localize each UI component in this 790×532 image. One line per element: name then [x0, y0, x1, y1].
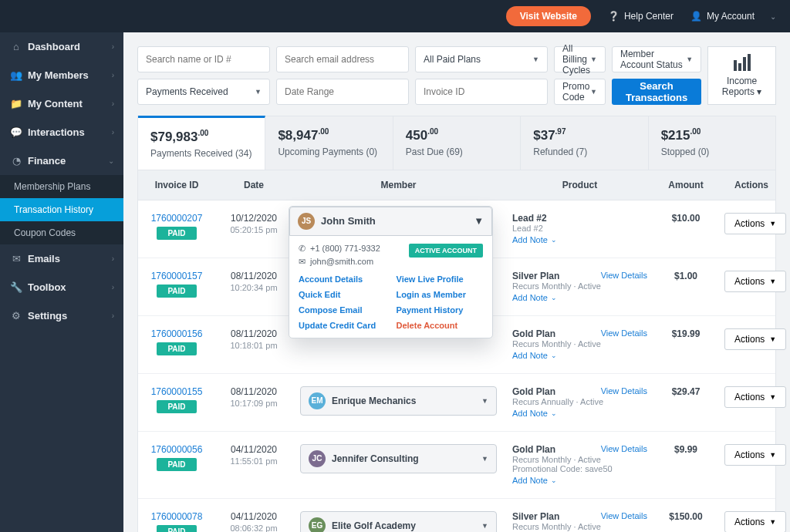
- member-pill[interactable]: JCJennifer Consulting▼: [300, 444, 497, 473]
- table-row: 1760000155PAID08/11/202010:17:09 pmEMEnr…: [138, 374, 775, 432]
- add-note-link[interactable]: Add Note ⌄: [512, 476, 557, 485]
- invoice-id-link[interactable]: 1760000157: [146, 271, 208, 281]
- filter-bar: All Paid Plans▼ All Billing Cycles▼ Memb…: [137, 46, 776, 105]
- avatar: JC: [309, 450, 326, 467]
- chevron-right-icon: ›: [112, 128, 114, 136]
- add-note-link[interactable]: Add Note ⌄: [512, 235, 557, 244]
- sub-transaction-history[interactable]: Transaction History: [0, 198, 123, 221]
- chevron-down-icon: ⌄: [551, 352, 557, 359]
- view-details-link[interactable]: View Details: [601, 328, 647, 338]
- quick-edit-link[interactable]: Quick Edit: [299, 290, 386, 299]
- summary-tab[interactable]: $79,983.00Payments Received (34): [138, 116, 265, 170]
- row-actions-button[interactable]: Actions ▼: [724, 328, 786, 350]
- view-details-link[interactable]: View Details: [601, 386, 647, 396]
- member-phone: ✆+1 (800) 771-9332: [299, 244, 409, 254]
- billing-cycles-select[interactable]: All Billing Cycles▼: [554, 46, 606, 72]
- invoice-id-link[interactable]: 1760000155: [146, 386, 208, 397]
- row-actions-button[interactable]: Actions ▼: [724, 386, 786, 408]
- invoice-id-input[interactable]: [415, 79, 548, 105]
- add-note-link[interactable]: Add Note ⌄: [512, 293, 557, 302]
- promo-select[interactable]: Promo Code▼: [554, 79, 606, 105]
- my-account-link[interactable]: 👤 My Account ⌄: [690, 11, 776, 22]
- row-actions-button[interactable]: Actions ▼: [724, 271, 786, 292]
- nav-my-content[interactable]: 📁My Content›: [0, 89, 123, 118]
- chevron-down-icon: ⌄: [551, 409, 557, 417]
- amount-cell: $9.99: [655, 432, 717, 498]
- nav-emails[interactable]: ✉Emails›: [0, 244, 123, 273]
- col-actions: Actions: [717, 170, 786, 200]
- member-popover: JS John Smith ▼ ACTIVE ACCOUNT ✆+1 (800)…: [289, 206, 493, 338]
- tab-amount: $215.00: [661, 127, 763, 143]
- nav-interactions[interactable]: 💬Interactions›: [0, 118, 123, 146]
- view-live-profile-link[interactable]: View Live Profile: [397, 274, 484, 284]
- date-cell: 08/11/202010:18:01 pm: [215, 316, 292, 373]
- row-actions-button[interactable]: Actions ▼: [724, 511, 786, 532]
- compose-email-link[interactable]: Compose Email: [299, 305, 386, 315]
- avatar: EM: [309, 392, 326, 409]
- envelope-icon: ✉: [299, 257, 306, 267]
- product-sub: Recurs Monthly · Active: [512, 455, 647, 464]
- date-range-input[interactable]: [276, 79, 409, 105]
- chevron-down-icon: ⌄: [551, 476, 557, 484]
- income-reports-button[interactable]: Income Reports ▾: [707, 46, 776, 105]
- nav-toolbox[interactable]: 🔧Toolbox›: [0, 273, 123, 301]
- member-popover-header[interactable]: JS John Smith ▼: [289, 207, 492, 236]
- plans-select[interactable]: All Paid Plans▼: [415, 46, 548, 72]
- sub-membership-plans[interactable]: Membership Plans: [0, 175, 123, 198]
- delete-account-link[interactable]: Delete Account: [397, 321, 484, 330]
- member-pill[interactable]: EGElite Golf Academy▼: [300, 511, 497, 532]
- member-pill[interactable]: EMEnrique Mechanics▼: [300, 386, 497, 416]
- nav-dashboard[interactable]: ⌂Dashboard›: [0, 32, 123, 61]
- summary-tabs: $79,983.00Payments Received (34)$8,947.0…: [137, 116, 776, 170]
- summary-tab[interactable]: $8,947.00Upcoming Payments (0): [265, 116, 393, 170]
- view-details-link[interactable]: View Details: [601, 511, 647, 520]
- payment-history-link[interactable]: Payment History: [397, 305, 484, 315]
- visit-website-button[interactable]: Visit Website: [506, 6, 591, 26]
- add-note-link[interactable]: Add Note ⌄: [512, 409, 557, 418]
- date-cell: 08/11/202010:17:09 pm: [215, 374, 292, 431]
- nav-finance[interactable]: ◔Finance⌄: [0, 146, 123, 175]
- sub-coupon-codes[interactable]: Coupon Codes: [0, 221, 123, 244]
- invoice-id-link[interactable]: 1760000207: [146, 213, 208, 224]
- tab-caption: Past Due (69): [406, 146, 508, 157]
- nav-my-members[interactable]: 👥My Members›: [0, 61, 123, 89]
- transactions-table: Invoice ID Date Member Product Amount Ac…: [137, 170, 776, 532]
- caret-down-icon: ▼: [769, 451, 776, 459]
- status-select[interactable]: Member Account Status▼: [612, 46, 701, 72]
- view-details-link[interactable]: View Details: [601, 444, 647, 453]
- search-email-input[interactable]: [276, 46, 409, 72]
- account-details-link[interactable]: Account Details: [299, 274, 386, 284]
- search-name-input[interactable]: [137, 46, 270, 72]
- topbar: Visit Website ❔ Help Center 👤 My Account…: [0, 0, 790, 32]
- invoice-id-link[interactable]: 1760000056: [146, 444, 208, 455]
- caret-down-icon: ▼: [532, 56, 539, 63]
- nav-settings[interactable]: ⚙Settings›: [0, 301, 123, 330]
- user-icon: 👤: [690, 11, 702, 22]
- summary-tab[interactable]: $37.97Refunded (7): [521, 116, 648, 170]
- invoice-id-link[interactable]: 1760000156: [146, 328, 208, 339]
- help-center-link[interactable]: ❔ Help Center: [608, 11, 674, 22]
- table-row: 1760000078PAID04/11/202008:06:32 pmEGEli…: [138, 499, 775, 532]
- login-as-member-link[interactable]: Login as Member: [397, 290, 484, 299]
- chevron-down-icon: ⌄: [551, 294, 557, 301]
- users-icon: 👥: [9, 69, 23, 81]
- row-actions-button[interactable]: Actions ▼: [724, 213, 786, 234]
- caret-down-icon: ▼: [686, 56, 693, 63]
- table-row: 1760000056PAID04/11/202011:55:01 pmJCJen…: [138, 432, 775, 499]
- view-details-link[interactable]: View Details: [601, 271, 647, 280]
- finance-submenu: Membership Plans Transaction History Cou…: [0, 175, 123, 244]
- search-transactions-button[interactable]: Search Transactions: [612, 79, 701, 105]
- row-actions-button[interactable]: Actions ▼: [724, 444, 786, 466]
- update-credit-card-link[interactable]: Update Credit Card: [299, 321, 386, 330]
- col-amount: Amount: [655, 170, 717, 200]
- summary-tab[interactable]: 450.00Past Due (69): [393, 116, 521, 170]
- col-member: Member: [292, 170, 505, 200]
- chevron-right-icon: ›: [112, 71, 114, 79]
- tab-caption: Refunded (7): [533, 146, 635, 157]
- invoice-id-link[interactable]: 1760000078: [146, 511, 208, 522]
- caret-down-icon: ▼: [590, 88, 597, 96]
- add-note-link[interactable]: Add Note ⌄: [512, 351, 557, 360]
- payments-select[interactable]: Payments Received▼: [137, 79, 270, 105]
- main-content: All Paid Plans▼ All Billing Cycles▼ Memb…: [123, 32, 790, 532]
- summary-tab[interactable]: $215.00Stopped (0): [649, 116, 775, 170]
